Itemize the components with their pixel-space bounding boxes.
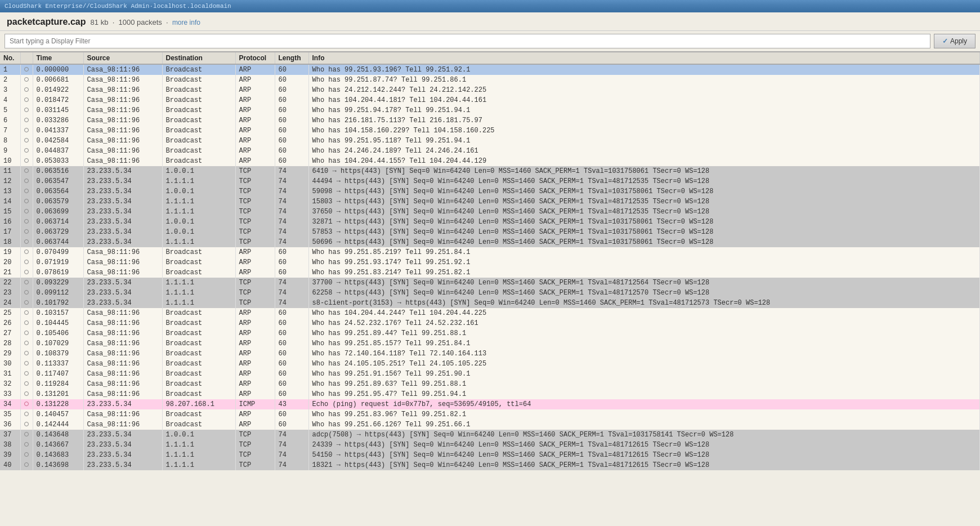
packet-info: Who has 104.158.160.229? Tell 104.158.16… — [308, 126, 980, 136]
packet-dot-icon — [20, 64, 33, 75]
table-row[interactable]: 40 0.143698 23.233.5.34 1.1.1.1 TCP 74 1… — [0, 460, 980, 470]
table-row[interactable]: 17 0.063729 23.233.5.34 1.0.0.1 TCP 74 5… — [0, 227, 980, 237]
packet-time: 0.143683 — [33, 450, 83, 460]
packet-destination: Broadcast — [162, 115, 235, 126]
packet-no: 39 — [0, 450, 20, 460]
table-row[interactable]: 5 0.031145 Casa_98:11:96 Broadcast ARP 6… — [0, 105, 980, 115]
table-row[interactable]: 4 0.018472 Casa_98:11:96 Broadcast ARP 6… — [0, 95, 980, 105]
table-row[interactable]: 35 0.140457 Casa_98:11:96 Broadcast ARP … — [0, 409, 980, 420]
packet-protocol: TCP — [235, 176, 275, 186]
packet-source: Casa_98:11:96 — [83, 328, 162, 338]
table-header: No. Time Source Destination Protocol Len… — [0, 52, 980, 64]
packet-dot-icon — [20, 308, 33, 318]
packet-protocol: ARP — [235, 247, 275, 257]
apply-button[interactable]: ✓ Apply — [934, 34, 975, 48]
table-row[interactable]: 14 0.063579 23.233.5.34 1.1.1.1 TCP 74 1… — [0, 197, 980, 207]
packet-destination: Broadcast — [162, 146, 235, 156]
packet-info: Who has 99.251.95.47? Tell 99.251.94.1 — [308, 389, 980, 399]
packet-info: Who has 99.251.94.178? Tell 99.251.94.1 — [308, 105, 980, 115]
packet-dot-icon — [20, 409, 33, 420]
packet-destination: 1.0.0.1 — [162, 430, 235, 440]
admin-link[interactable]: CloudShark Admin — [90, 3, 150, 10]
packet-destination: Broadcast — [162, 379, 235, 389]
table-row[interactable]: 28 0.107029 Casa_98:11:96 Broadcast ARP … — [0, 338, 980, 349]
table-row[interactable]: 6 0.033286 Casa_98:11:96 Broadcast ARP 6… — [0, 115, 980, 126]
file-header: packetcapture.cap 81 kb · 1000 packets ·… — [0, 12, 980, 31]
table-row[interactable]: 7 0.041337 Casa_98:11:96 Broadcast ARP 6… — [0, 126, 980, 136]
table-row[interactable]: 12 0.063547 23.233.5.34 1.1.1.1 TCP 74 4… — [0, 176, 980, 186]
table-row[interactable]: 33 0.131201 Casa_98:11:96 Broadcast ARP … — [0, 389, 980, 399]
table-row[interactable]: 32 0.119284 Casa_98:11:96 Broadcast ARP … — [0, 379, 980, 389]
table-row[interactable]: 20 0.071919 Casa_98:11:96 Broadcast ARP … — [0, 257, 980, 268]
table-row[interactable]: 39 0.143683 23.233.5.34 1.1.1.1 TCP 74 5… — [0, 450, 980, 460]
packet-destination: Broadcast — [162, 105, 235, 115]
packet-destination: 1.1.1.1 — [162, 450, 235, 460]
packet-time: 0.063547 — [33, 176, 83, 186]
packet-destination: 1.1.1.1 — [162, 278, 235, 288]
more-info-link[interactable]: more info — [172, 19, 200, 26]
packet-source: 23.233.5.34 — [83, 166, 162, 176]
table-row[interactable]: 38 0.143667 23.233.5.34 1.1.1.1 TCP 74 2… — [0, 440, 980, 450]
packet-protocol: ARP — [235, 328, 275, 338]
table-row[interactable]: 19 0.070499 Casa_98:11:96 Broadcast ARP … — [0, 247, 980, 257]
table-row[interactable]: 9 0.044837 Casa_98:11:96 Broadcast ARP 6… — [0, 146, 980, 156]
packet-time: 0.018472 — [33, 95, 83, 105]
packet-source: 23.233.5.34 — [83, 217, 162, 227]
table-row[interactable]: 16 0.063714 23.233.5.34 1.0.0.1 TCP 74 3… — [0, 217, 980, 227]
packet-protocol: ARP — [235, 75, 275, 85]
packet-source: 23.233.5.34 — [83, 450, 162, 460]
table-row[interactable]: 21 0.078619 Casa_98:11:96 Broadcast ARP … — [0, 268, 980, 278]
packet-source: Casa_98:11:96 — [83, 308, 162, 318]
packet-length: 74 — [275, 166, 308, 176]
packet-protocol: TCP — [235, 278, 275, 288]
packet-destination: Broadcast — [162, 389, 235, 399]
table-row[interactable]: 37 0.143648 23.233.5.34 1.0.0.1 TCP 74 a… — [0, 430, 980, 440]
table-row[interactable]: 22 0.093229 23.233.5.34 1.1.1.1 TCP 74 3… — [0, 278, 980, 288]
packet-info: Who has 72.140.164.118? Tell 72.140.164.… — [308, 349, 980, 359]
table-row[interactable]: 1 0.000000 Casa_98:11:96 Broadcast ARP 6… — [0, 64, 980, 75]
packet-no: 4 — [0, 95, 20, 105]
packet-time: 0.042584 — [33, 136, 83, 146]
packet-no: 34 — [0, 399, 20, 409]
packet-protocol: ARP — [235, 409, 275, 420]
packet-time: 0.041337 — [33, 126, 83, 136]
table-row[interactable]: 25 0.103157 Casa_98:11:96 Broadcast ARP … — [0, 308, 980, 318]
packet-no: 28 — [0, 338, 20, 349]
filter-bar: ✓ Apply — [0, 31, 980, 52]
packet-destination: Broadcast — [162, 409, 235, 420]
table-row[interactable]: 24 0.101792 23.233.5.34 1.1.1.1 TCP 74 s… — [0, 298, 980, 308]
packet-info: Who has 24.52.232.176? Tell 24.52.232.16… — [308, 318, 980, 328]
packet-protocol: TCP — [235, 430, 275, 440]
table-row[interactable]: 29 0.108379 Casa_98:11:96 Broadcast ARP … — [0, 349, 980, 359]
packet-destination: Broadcast — [162, 64, 235, 75]
packet-time: 0.142444 — [33, 420, 83, 430]
table-row[interactable]: 18 0.063744 23.233.5.34 1.1.1.1 TCP 74 5… — [0, 237, 980, 247]
table-row[interactable]: 13 0.063564 23.233.5.34 1.0.0.1 TCP 74 5… — [0, 186, 980, 197]
packet-time: 0.033286 — [33, 115, 83, 126]
table-row[interactable]: 34 0.131228 23.233.5.34 98.207.168.1 ICM… — [0, 399, 980, 409]
packet-length: 60 — [275, 75, 308, 85]
table-row[interactable]: 30 0.113337 Casa_98:11:96 Broadcast ARP … — [0, 359, 980, 369]
table-row[interactable]: 3 0.014922 Casa_98:11:96 Broadcast ARP 6… — [0, 85, 980, 95]
table-row[interactable]: 27 0.105406 Casa_98:11:96 Broadcast ARP … — [0, 328, 980, 338]
packet-dot-icon — [20, 136, 33, 146]
table-row[interactable]: 15 0.063699 23.233.5.34 1.1.1.1 TCP 74 3… — [0, 207, 980, 217]
packet-destination: Broadcast — [162, 268, 235, 278]
packet-no: 30 — [0, 359, 20, 369]
table-row[interactable]: 8 0.042584 Casa_98:11:96 Broadcast ARP 6… — [0, 136, 980, 146]
table-row[interactable]: 2 0.006681 Casa_98:11:96 Broadcast ARP 6… — [0, 75, 980, 85]
packet-dot-icon — [20, 146, 33, 156]
brand-link[interactable]: CloudShark Enterprise — [5, 3, 83, 10]
table-row[interactable]: 36 0.142444 Casa_98:11:96 Broadcast ARP … — [0, 420, 980, 430]
table-row[interactable]: 26 0.104445 Casa_98:11:96 Broadcast ARP … — [0, 318, 980, 328]
packet-dot-icon — [20, 420, 33, 430]
packet-no: 22 — [0, 278, 20, 288]
packet-protocol: TCP — [235, 186, 275, 197]
display-filter-input[interactable] — [5, 34, 930, 48]
table-row[interactable]: 10 0.053033 Casa_98:11:96 Broadcast ARP … — [0, 156, 980, 166]
packet-dot-icon — [20, 166, 33, 176]
table-row[interactable]: 23 0.099112 23.233.5.34 1.1.1.1 TCP 74 6… — [0, 288, 980, 298]
table-row[interactable]: 11 0.063516 23.233.5.34 1.0.0.1 TCP 74 6… — [0, 166, 980, 176]
packet-info: Who has 99.251.93.196? Tell 99.251.92.1 — [308, 64, 980, 75]
table-row[interactable]: 31 0.117407 Casa_98:11:96 Broadcast ARP … — [0, 369, 980, 379]
